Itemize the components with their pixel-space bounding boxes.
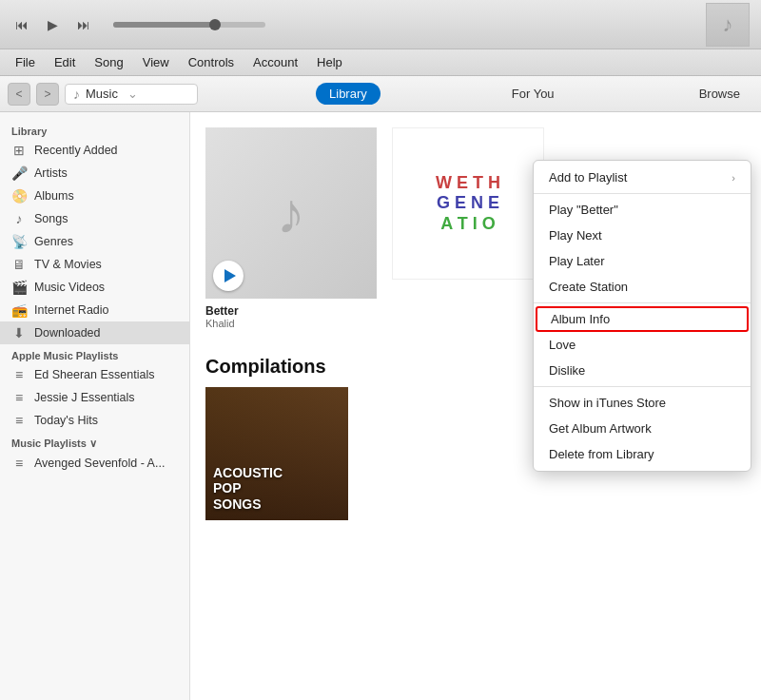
tv-movies-icon: 🖥 <box>11 257 27 272</box>
songs-label: Songs <box>34 212 68 225</box>
menu-file[interactable]: File <box>8 53 43 71</box>
acoustic-card[interactable]: ACOUSTICPOPSONGS <box>205 387 348 520</box>
context-divider-2 <box>534 302 751 303</box>
context-play-later[interactable]: Play Later <box>534 248 751 274</box>
weth-text: W E T H G E N E A T I O <box>436 173 500 235</box>
recently-added-label: Recently Added <box>34 144 118 157</box>
music-videos-icon: 🎬 <box>11 280 27 295</box>
sidebar-item-artists[interactable]: 🎤 Artists <box>0 162 189 185</box>
downloaded-icon: ⬇ <box>11 325 27 340</box>
now-playing-icon: ♪ <box>706 3 750 47</box>
context-create-station[interactable]: Create Station <box>534 274 751 300</box>
context-love[interactable]: Love <box>534 332 751 358</box>
sidebar-item-internet-radio[interactable]: 📻 Internet Radio <box>0 299 189 321</box>
menu-bar: File Edit Song View Controls Account Hel… <box>0 49 761 76</box>
sidebar: Library ⊞ Recently Added 🎤 Artists 📀 Alb… <box>0 112 190 700</box>
album-art-note-icon: ♪ <box>277 181 305 246</box>
menu-view[interactable]: View <box>135 53 177 71</box>
context-dislike[interactable]: Dislike <box>534 358 751 383</box>
music-playlists-section-header[interactable]: Music Playlists ∨ <box>0 432 189 452</box>
foryou-button[interactable]: For You <box>498 83 568 105</box>
todays-hits-label: Today's Hits <box>34 414 98 427</box>
context-album-info[interactable]: Album Info <box>536 306 749 332</box>
songs-icon: ♪ <box>11 211 27 226</box>
acoustic-label: ACOUSTICPOPSONGS <box>213 465 283 513</box>
library-button[interactable]: Library <box>316 83 380 105</box>
album-title-better: Better <box>205 304 377 318</box>
chevron-right-icon: › <box>732 172 735 184</box>
playlist-icon-todays: ≡ <box>11 413 27 428</box>
play-overlay-better[interactable] <box>213 261 244 291</box>
context-show-in-store[interactable]: Show in iTunes Store <box>534 390 751 416</box>
nav-bar: < > ♪ Music ⌄ Library For You Browse <box>0 76 761 112</box>
playlist-icon-jessie: ≡ <box>11 390 27 405</box>
title-bar: ⏮ ▶ ⏭ ♪ <box>0 0 761 49</box>
sidebar-item-downloaded[interactable]: ⬇ Downloaded <box>0 321 189 344</box>
sidebar-item-music-videos[interactable]: 🎬 Music Videos <box>0 276 189 299</box>
sidebar-item-recently-added[interactable]: ⊞ Recently Added <box>0 139 189 162</box>
forward-button-nav[interactable]: > <box>36 83 59 106</box>
ed-sheeran-label: Ed Sheeran Essentials <box>34 368 154 381</box>
tv-movies-label: TV & Movies <box>34 258 102 271</box>
content-area: ♪ Better Khalid W E T H G E N E A T I O <box>190 112 761 700</box>
location-bar[interactable]: ♪ Music ⌄ <box>65 84 198 105</box>
downloaded-label: Downloaded <box>34 326 101 340</box>
acoustic-art: ACOUSTICPOPSONGS <box>205 387 348 520</box>
sidebar-item-albums[interactable]: 📀 Albums <box>0 185 189 207</box>
back-button[interactable]: < <box>8 83 30 106</box>
progress-fill <box>113 22 220 28</box>
menu-help[interactable]: Help <box>309 53 350 71</box>
apple-music-section-header: Apple Music Playlists <box>0 344 189 363</box>
menu-edit[interactable]: Edit <box>47 53 83 71</box>
menu-song[interactable]: Song <box>87 53 130 71</box>
avenged-label: Avenged Sevenfold - A... <box>34 457 165 470</box>
album-artist-better: Khalid <box>205 318 377 329</box>
internet-radio-label: Internet Radio <box>34 303 109 317</box>
location-music-icon: ♪ <box>73 87 80 102</box>
context-add-to-playlist[interactable]: Add to Playlist › <box>534 165 751 190</box>
menu-account[interactable]: Account <box>245 53 305 71</box>
sidebar-item-songs[interactable]: ♪ Songs <box>0 207 189 230</box>
weth-line2: G E N E <box>436 193 500 214</box>
location-chevron-icon: ⌄ <box>127 87 138 101</box>
browse-button[interactable]: Browse <box>686 83 753 105</box>
playlist-icon-ed: ≡ <box>11 367 27 382</box>
main-layout: Library ⊞ Recently Added 🎤 Artists 📀 Alb… <box>0 112 761 700</box>
music-videos-label: Music Videos <box>34 281 105 294</box>
weth-line1: W E T H <box>436 173 500 194</box>
play-triangle-icon <box>224 269 236 282</box>
sidebar-item-todays-hits[interactable]: ≡ Today's Hits <box>0 409 189 432</box>
genres-icon: 📡 <box>11 234 27 249</box>
context-play-next[interactable]: Play Next <box>534 223 751 248</box>
context-play-better[interactable]: Play "Better" <box>534 197 751 223</box>
play-button[interactable]: ▶ <box>44 15 62 34</box>
sidebar-item-avenged[interactable]: ≡ Avenged Sevenfold - A... <box>0 452 189 475</box>
albums-icon: 📀 <box>11 188 27 204</box>
rewind-button[interactable]: ⏮ <box>11 15 32 34</box>
recently-added-icon: ⊞ <box>11 143 27 158</box>
weth-line3: A T I O <box>436 214 500 235</box>
sidebar-item-genres[interactable]: 📡 Genres <box>0 230 189 253</box>
weth-art: W E T H G E N E A T I O <box>392 127 544 280</box>
artists-label: Artists <box>34 166 68 180</box>
progress-bar[interactable] <box>113 22 265 28</box>
sidebar-item-jessie-j[interactable]: ≡ Jessie J Essentials <box>0 386 189 409</box>
sidebar-item-tv-movies[interactable]: 🖥 TV & Movies <box>0 253 189 276</box>
context-get-artwork[interactable]: Get Album Artwork <box>534 416 751 441</box>
weth-album-card[interactable]: W E T H G E N E A T I O <box>392 127 544 329</box>
albums-label: Albums <box>34 189 74 203</box>
context-delete-from-library[interactable]: Delete from Library <box>534 441 751 467</box>
jessie-j-label: Jessie J Essentials <box>34 391 135 404</box>
location-text: Music <box>86 87 118 101</box>
internet-radio-icon: 📻 <box>11 302 27 318</box>
library-section-header: Library <box>0 120 189 139</box>
context-menu: Add to Playlist › Play "Better" Play Nex… <box>533 160 751 472</box>
forward-button[interactable]: ⏭ <box>73 15 94 34</box>
sidebar-item-ed-sheeran[interactable]: ≡ Ed Sheeran Essentials <box>0 363 189 386</box>
album-art-better: ♪ <box>205 127 377 299</box>
album-card-better[interactable]: ♪ Better Khalid <box>205 127 377 329</box>
playlist-icon-avenged: ≡ <box>11 456 27 471</box>
context-divider-1 <box>534 193 751 194</box>
menu-controls[interactable]: Controls <box>181 53 242 71</box>
progress-thumb <box>209 19 221 30</box>
